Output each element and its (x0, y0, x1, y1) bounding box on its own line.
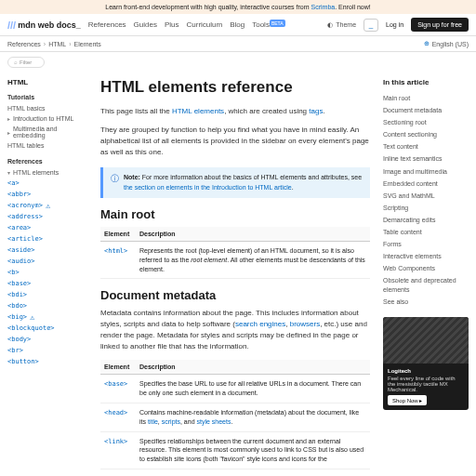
elements-table: ElementDescription <base>Specifies the b… (100, 360, 370, 469)
sidebar-element[interactable]: <bdo> (7, 300, 91, 311)
toc-link[interactable]: Text content (383, 140, 469, 152)
toc-link[interactable]: Image and multimedia (383, 165, 469, 178)
sidebar-element[interactable]: <acronym> ⚠ (7, 200, 91, 211)
nav-curriculum[interactable]: Curriculum (187, 20, 223, 29)
ad-card[interactable]: Logitech Feel every line of code with th… (383, 317, 469, 410)
toc-link[interactable]: Web Components (383, 262, 469, 274)
sidebar-element[interactable]: <b> (7, 267, 91, 278)
sidebar-element[interactable]: <body> (7, 334, 91, 345)
crumb[interactable]: HTML (48, 41, 66, 47)
theme-toggle[interactable]: ◐ Theme (327, 21, 356, 29)
toc-link[interactable]: Embedded content (383, 178, 469, 190)
language-picker[interactable]: ⊕English (US) (424, 40, 469, 47)
sidebar-item[interactable]: HTML tables (7, 140, 91, 151)
ad-cta[interactable]: Shop Now ▸ (388, 395, 427, 405)
toc-link[interactable]: Inline text semantics (383, 152, 469, 165)
toc-link[interactable]: Sectioning root (383, 116, 469, 128)
sidebar-item[interactable]: ▾HTML elements (7, 167, 91, 178)
nav-links: References Guides Plus Curriculum Blog T… (88, 20, 285, 29)
sidebar-element[interactable]: <bdi> (7, 289, 91, 300)
nav-references[interactable]: References (88, 20, 126, 29)
section-heading: Document metadata (100, 288, 370, 302)
note-callout: ⓘ Note: For more information about the b… (100, 167, 370, 198)
elements-table: ElementDescription <html>Represents the … (100, 227, 370, 279)
signup-button[interactable]: Sign up for free (411, 18, 469, 32)
toc-link[interactable]: Forms (383, 238, 469, 250)
sidebar-element[interactable]: <abbr> (7, 189, 91, 200)
sidebar-element[interactable]: <blockquote> (7, 323, 91, 334)
toc-link[interactable]: Demarcating edits (383, 214, 469, 226)
crumb[interactable]: References (7, 41, 41, 47)
logo[interactable]: ///mdn web docs_ (7, 20, 81, 31)
toc-link[interactable]: Table content (383, 226, 469, 238)
sidebar-element[interactable]: <article> (7, 233, 91, 245)
sidebar-item[interactable]: HTML basics (7, 103, 91, 113)
search-button[interactable]: _ (364, 19, 378, 32)
promo-banner: Learn front-end development with high qu… (0, 0, 476, 14)
sidebar-element[interactable]: <area> (7, 222, 91, 233)
sidebar-element[interactable]: <big> ⚠ (7, 311, 91, 323)
main-content: HTML elements reference This page lists … (100, 73, 374, 476)
nav-tools[interactable]: ToolsBETA (252, 20, 284, 29)
toc-link[interactable]: Document metadata (383, 104, 469, 116)
toc-link[interactable]: Interactive elements (383, 250, 469, 262)
banner-link[interactable]: Scrimba (311, 4, 336, 10)
sidebar-item[interactable]: ▸Multimedia and embedding (7, 124, 91, 140)
table-of-contents: In this article Main rootDocument metada… (383, 73, 469, 476)
nav-guides[interactable]: Guides (134, 20, 157, 29)
nav-blog[interactable]: Blog (230, 20, 245, 29)
login-link[interactable]: Log in (386, 21, 403, 28)
toc-link[interactable]: Scripting (383, 202, 469, 214)
crumb[interactable]: Elements (74, 41, 101, 47)
toc-link[interactable]: Main root (383, 92, 469, 104)
sidebar-element[interactable]: <br> (7, 345, 91, 356)
section-heading: Main root (100, 207, 370, 221)
breadcrumb-bar: References› HTML› Elements ⊕English (US) (0, 36, 476, 52)
sidebar-element[interactable]: <a> (7, 178, 91, 189)
toc-link[interactable]: See also (383, 296, 469, 308)
top-nav: ///mdn web docs_ References Guides Plus … (0, 14, 476, 36)
page-title: HTML elements reference (100, 78, 370, 97)
sidebar-element[interactable]: <address> (7, 211, 91, 222)
sidebar: HTML Tutorials HTML basics ▸Introduction… (7, 73, 91, 476)
sidebar-element[interactable]: <button> (7, 356, 91, 367)
ad-image (383, 317, 469, 364)
nav-plus[interactable]: Plus (165, 20, 179, 29)
toc-link[interactable]: SVG and MathML (383, 190, 469, 202)
info-icon: ⓘ (111, 173, 119, 192)
toc-link[interactable]: Content sectioning (383, 128, 469, 140)
sidebar-element[interactable]: <base> (7, 278, 91, 289)
toc-link[interactable]: Obsolete and deprecated elements (383, 274, 469, 295)
sidebar-element[interactable]: <aside> (7, 245, 91, 256)
sidebar-item[interactable]: ▸Introduction to HTML (7, 113, 91, 124)
sidebar-element[interactable]: <audio> (7, 256, 91, 267)
filter-input[interactable]: ⌕ Filter (7, 57, 45, 68)
